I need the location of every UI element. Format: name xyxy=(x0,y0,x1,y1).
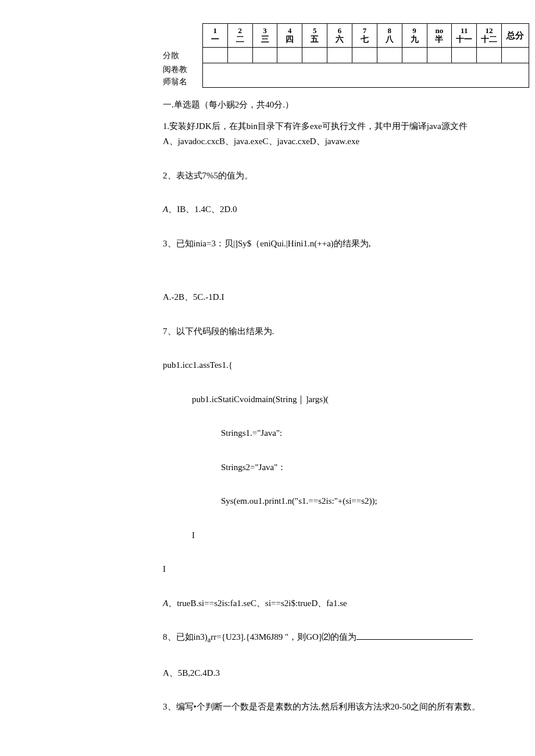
code-brace-2: I xyxy=(163,562,523,576)
score-cell xyxy=(477,48,502,63)
score-cell xyxy=(302,48,327,63)
q2-opts: A、IB、1.4C、2D.0 xyxy=(163,203,523,216)
score-cell xyxy=(352,48,377,63)
col-5: 5五 xyxy=(302,24,327,48)
q1-line1: 1.安装好JDK后，在其bin目录下有许多exe可执行文件，其中用于编译java… xyxy=(163,120,523,133)
q1-line2: A、javadoc.cxcB、java.exeC、javac.cxeD、java… xyxy=(163,135,523,148)
score-cell xyxy=(277,48,302,63)
q8-opts: A、5B,2C.4D.3 xyxy=(163,667,523,680)
score-cell xyxy=(402,48,427,63)
q2: 2、表达式7%5的值为。 xyxy=(163,169,523,182)
section-title: 一.单选题（每小赐2分，共40分.） xyxy=(163,98,523,112)
col-10: no半 xyxy=(427,24,452,48)
blank-underline xyxy=(356,631,473,640)
score-cell xyxy=(452,48,477,63)
score-cell xyxy=(227,48,252,63)
teacher-row: 阅卷教 师翁名 xyxy=(163,63,529,88)
q-last: 3、编写•个判断一个数是否是素数的方法,然后利用该方法求20-50之间的所有素数… xyxy=(163,700,523,714)
score-cell xyxy=(377,48,402,63)
code-line-1: pub1.icc1.assTes1.{ xyxy=(163,359,523,372)
score-cell xyxy=(427,48,452,63)
col-11: 11十一 xyxy=(452,24,477,48)
score-cell xyxy=(202,48,227,63)
code-brace-1: I xyxy=(163,529,523,542)
col-8: 8八 xyxy=(377,24,402,48)
code-line-5: Sys(em.ou1.print1.n("s1.==s2is:"+(si==s2… xyxy=(163,495,523,508)
q8: 8、已如in3)arr={U23].{43M6J89 "，则GO]⑵的值为 xyxy=(163,630,523,646)
q7: 7、以下代码段的输出结果为. xyxy=(163,325,523,338)
col-7: 7七 xyxy=(352,24,377,48)
col-3: 3三 xyxy=(252,24,277,48)
score-cell xyxy=(327,48,352,63)
score-cell xyxy=(252,48,277,63)
col-total: 总分 xyxy=(502,24,529,48)
col-1: 1一 xyxy=(202,24,227,48)
teacher-cell xyxy=(202,63,529,88)
q3-opts: A.-2B、5C.-1D.I xyxy=(163,291,523,304)
teacher-label: 阅卷教 师翁名 xyxy=(163,63,202,88)
code-line-2: pub1.icStatiCvoidmain(String｜]args)( xyxy=(163,393,523,406)
code-line-3: Strings1.="Java": xyxy=(163,427,523,440)
col-9: 9九 xyxy=(402,24,427,48)
q7-opts: A、trueB.si==s2is:fa1.seC、si==s2i$:trueD、… xyxy=(163,597,523,610)
col-6: 6六 xyxy=(327,24,352,48)
q3: 3、已知inia=3：贝|]Sy$（eniQui.|Hini1.n(++a)的结… xyxy=(163,237,523,250)
score-label: 分散 xyxy=(163,48,202,63)
header-empty xyxy=(163,24,202,48)
code-line-4: Strings2="Java"： xyxy=(163,461,523,474)
col-4: 4四 xyxy=(277,24,302,48)
score-row: 分散 xyxy=(163,48,529,63)
score-cell-total xyxy=(502,48,529,63)
exam-content: 一.单选题（每小赐2分，共40分.） 1.安装好JDK后，在其bin目录下有许多… xyxy=(163,98,523,714)
col-12: 12十二 xyxy=(477,24,502,48)
score-table: 1一 2二 3三 4四 5五 6六 7七 8八 9九 no半 11十一 12十二… xyxy=(163,23,529,88)
header-row: 1一 2二 3三 4四 5五 6六 7七 8八 9九 no半 11十一 12十二… xyxy=(163,24,529,48)
col-2: 2二 xyxy=(227,24,252,48)
